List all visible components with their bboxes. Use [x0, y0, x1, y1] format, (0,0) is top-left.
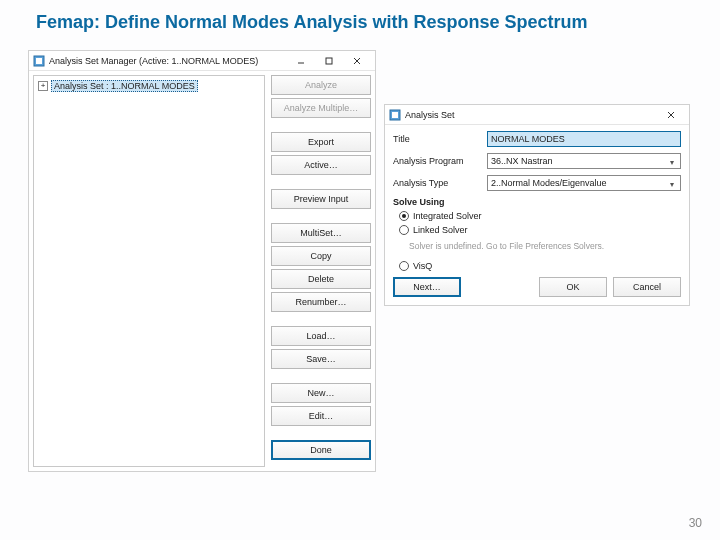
- radio-icon: [399, 225, 409, 235]
- page-number: 30: [689, 516, 702, 530]
- chevron-down-icon: ▾: [666, 178, 678, 190]
- dialog-title: Analysis Set: [405, 110, 657, 120]
- analysis-set-tree[interactable]: + Analysis Set : 1..NORMAL MODES: [33, 75, 265, 467]
- analyze-multiple-button[interactable]: Analyze Multiple…: [271, 98, 371, 118]
- new-button[interactable]: New…: [271, 383, 371, 403]
- analysis-type-value: 2..Normal Modes/Eigenvalue: [491, 178, 607, 188]
- ok-button[interactable]: OK: [539, 277, 607, 297]
- integrated-solver-label: Integrated Solver: [413, 211, 482, 221]
- copy-button[interactable]: Copy: [271, 246, 371, 266]
- title-label: Title: [393, 134, 481, 144]
- analysis-program-combo[interactable]: 36..NX Nastran ▾: [487, 153, 681, 169]
- analysis-set-dialog: Analysis Set Title NORMAL MODES Analysis…: [384, 104, 690, 306]
- multiset-button[interactable]: MultiSet…: [271, 223, 371, 243]
- analyze-button[interactable]: Analyze: [271, 75, 371, 95]
- svg-rect-1: [36, 58, 42, 64]
- analysis-type-combo[interactable]: 2..Normal Modes/Eigenvalue ▾: [487, 175, 681, 191]
- solver-undefined-hint: Solver is undefined. Go to File Preferen…: [393, 239, 681, 257]
- save-button[interactable]: Save…: [271, 349, 371, 369]
- solve-using-group-label: Solve Using: [393, 197, 681, 207]
- slide-title: Femap: Define Normal Modes Analysis with…: [36, 12, 587, 33]
- window-title: Analysis Set Manager (Active: 1..NORMAL …: [49, 56, 287, 66]
- visq-label: VisQ: [413, 261, 432, 271]
- load-button[interactable]: Load…: [271, 326, 371, 346]
- svg-rect-3: [326, 58, 332, 64]
- analysis-program-value: 36..NX Nastran: [491, 156, 553, 166]
- preview-input-button[interactable]: Preview Input: [271, 189, 371, 209]
- tree-item-label: Analysis Set : 1..NORMAL MODES: [51, 80, 198, 92]
- app-icon: [389, 109, 401, 121]
- integrated-solver-radio[interactable]: Integrated Solver: [393, 211, 681, 221]
- titlebar: Analysis Set Manager (Active: 1..NORMAL …: [29, 51, 375, 71]
- analysis-program-label: Analysis Program: [393, 156, 481, 166]
- app-icon: [33, 55, 45, 67]
- radio-icon: [399, 211, 409, 221]
- analysis-set-manager-window: Analysis Set Manager (Active: 1..NORMAL …: [28, 50, 376, 472]
- minimize-button[interactable]: [287, 52, 315, 70]
- close-button[interactable]: [657, 106, 685, 124]
- next-button[interactable]: Next…: [393, 277, 461, 297]
- visq-radio[interactable]: VisQ: [393, 261, 681, 271]
- active-button[interactable]: Active…: [271, 155, 371, 175]
- analysis-type-label: Analysis Type: [393, 178, 481, 188]
- done-button[interactable]: Done: [271, 440, 371, 460]
- tree-expand-icon[interactable]: +: [38, 81, 48, 91]
- button-column: Analyze Analyze Multiple… Export Active……: [271, 75, 371, 467]
- radio-icon: [399, 261, 409, 271]
- delete-button[interactable]: Delete: [271, 269, 371, 289]
- linked-solver-label: Linked Solver: [413, 225, 468, 235]
- tree-item[interactable]: + Analysis Set : 1..NORMAL MODES: [38, 80, 198, 92]
- cancel-button[interactable]: Cancel: [613, 277, 681, 297]
- renumber-button[interactable]: Renumber…: [271, 292, 371, 312]
- edit-button[interactable]: Edit…: [271, 406, 371, 426]
- chevron-down-icon: ▾: [666, 156, 678, 168]
- titlebar: Analysis Set: [385, 105, 689, 125]
- export-button[interactable]: Export: [271, 132, 371, 152]
- maximize-button[interactable]: [315, 52, 343, 70]
- title-input[interactable]: NORMAL MODES: [487, 131, 681, 147]
- linked-solver-radio[interactable]: Linked Solver: [393, 225, 681, 235]
- svg-rect-7: [392, 112, 398, 118]
- close-button[interactable]: [343, 52, 371, 70]
